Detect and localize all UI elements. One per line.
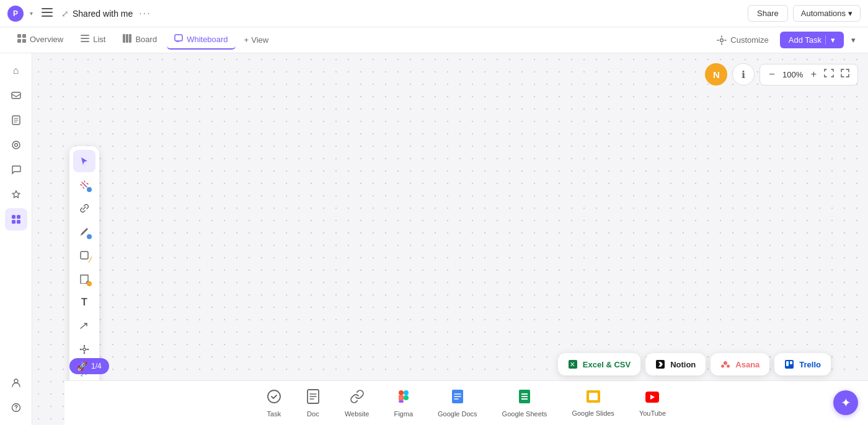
svg-rect-5 (17, 39, 21, 43)
doc-icon (306, 389, 320, 408)
svg-rect-44 (786, 361, 789, 366)
svg-rect-8 (81, 38, 89, 39)
sidebar-item-help[interactable] (5, 397, 27, 419)
whiteboard-canvas[interactable]: ╱ T N ℹ (32, 53, 868, 425)
add-task-dropdown-icon[interactable]: ▾ (825, 35, 835, 45)
whiteboard-icon (174, 34, 183, 45)
zoom-out-button[interactable]: − (766, 68, 777, 81)
top-bar: P ▾ ⤢ Shared with me ··· Share Automatio… (0, 0, 868, 27)
select-tool[interactable] (73, 150, 95, 172)
zoom-controls: − 100% + (760, 64, 858, 85)
svg-rect-12 (129, 34, 131, 43)
svg-rect-49 (399, 395, 404, 400)
mindmap-tool[interactable] (73, 338, 95, 361)
google-docs-tool[interactable]: Google Docs (433, 385, 482, 421)
google-sheets-icon (518, 389, 531, 408)
zoom-percent: 100% (781, 70, 805, 79)
svg-rect-20 (17, 215, 20, 219)
shape-tool[interactable]: ╱ (73, 244, 95, 266)
arrow-tool[interactable] (73, 315, 95, 337)
svg-rect-19 (12, 215, 16, 219)
share-button[interactable]: Share (748, 5, 788, 22)
trello-integration-card[interactable]: Trello (774, 353, 831, 375)
fullscreen-button[interactable] (839, 67, 851, 82)
google-slides-tool[interactable]: Google Slides (567, 386, 619, 421)
magic-tool-dot (87, 187, 92, 192)
shape-tool-indicator: ╱ (89, 257, 92, 263)
notion-integration-card[interactable]: Notion (645, 353, 706, 375)
link-tool[interactable] (73, 197, 95, 219)
svg-rect-4 (22, 34, 26, 38)
more-options-button[interactable]: ··· (139, 8, 151, 19)
sidebar-toggle-button[interactable] (39, 4, 55, 22)
user-avatar-button[interactable]: P (7, 6, 24, 22)
tab-overview[interactable]: Overview (10, 30, 71, 50)
task-icon (267, 389, 281, 408)
doc-tool[interactable]: Doc (301, 385, 325, 421)
rocket-icon: 🚀 (77, 361, 87, 371)
fit-to-screen-button[interactable] (823, 68, 835, 81)
tabs-bar: Overview List Board Whiteboard + View (0, 27, 868, 53)
sidebar-item-home[interactable]: ⌂ (5, 59, 27, 82)
svg-rect-13 (175, 35, 182, 41)
tab-list[interactable]: List (73, 31, 113, 49)
pen-tool[interactable] (73, 221, 95, 243)
tabs-left: Overview List Board Whiteboard + View (10, 30, 275, 50)
tab-board[interactable]: Board (115, 30, 164, 50)
svg-rect-21 (12, 220, 16, 224)
sidebar-item-inbox[interactable] (5, 84, 27, 107)
svg-point-41 (721, 365, 724, 368)
sidebar-item-docs[interactable] (5, 109, 27, 131)
website-tool[interactable]: Website (340, 385, 374, 421)
svg-point-46 (268, 390, 280, 403)
add-task-button[interactable]: Add Task ▾ (780, 32, 844, 48)
svg-rect-2 (42, 15, 53, 17)
google-sheets-tool[interactable]: Google Sheets (497, 385, 552, 421)
add-fab-button[interactable]: ✦ (833, 390, 858, 415)
svg-rect-3 (17, 34, 21, 38)
integrations-popup: Excel & CSV Notion Asana Trello (558, 353, 831, 375)
youtube-tool[interactable]: YouTube (634, 386, 671, 421)
svg-point-27 (83, 348, 86, 351)
svg-rect-45 (790, 361, 792, 364)
sidebar-item-team[interactable] (5, 372, 27, 394)
shared-with-me-link[interactable]: ⤢ Shared with me (61, 9, 133, 19)
sidebar-item-apps[interactable] (5, 208, 27, 230)
svg-rect-22 (17, 220, 20, 224)
svg-point-14 (720, 38, 724, 42)
svg-rect-26 (81, 252, 88, 259)
figma-tool[interactable]: Figma (389, 385, 418, 421)
sticky-tool-dot (87, 281, 92, 286)
svg-rect-0 (42, 8, 53, 9)
tab-whiteboard[interactable]: Whiteboard (167, 30, 235, 50)
task-tool[interactable]: Task (262, 385, 286, 421)
customize-button[interactable]: Customize (711, 32, 774, 48)
sidebar-item-starred[interactable] (5, 183, 27, 206)
svg-point-40 (724, 361, 727, 365)
svg-rect-50 (404, 390, 409, 395)
svg-point-32 (84, 345, 86, 347)
info-button[interactable]: ℹ (732, 63, 755, 85)
sticky-tool[interactable] (73, 268, 95, 290)
main-layout: ⌂ (0, 53, 868, 425)
excel-integration-card[interactable]: Excel & CSV (558, 353, 640, 375)
progress-badge[interactable]: 🚀 1/4 (69, 358, 109, 374)
svg-point-18 (14, 144, 17, 147)
sidebar-item-chat[interactable] (5, 159, 27, 181)
asana-integration-card[interactable]: Asana (711, 353, 769, 375)
zoom-in-button[interactable]: + (808, 68, 819, 81)
website-icon (350, 389, 365, 408)
canvas-controls: N ℹ − 100% + (705, 63, 858, 85)
avatar-dropdown-icon[interactable]: ▾ (30, 10, 33, 17)
sidebar-item-goals[interactable] (5, 134, 27, 156)
svg-rect-11 (126, 34, 128, 43)
add-view-button[interactable]: + View (238, 32, 275, 48)
svg-rect-9 (81, 41, 89, 42)
google-slides-icon (586, 390, 601, 407)
magic-tool[interactable] (73, 173, 95, 196)
tabs-right: Customize Add Task ▾ ▾ (711, 32, 858, 48)
overview-icon (17, 34, 26, 45)
expand-button[interactable]: ▾ (849, 33, 858, 47)
text-tool[interactable]: T (73, 291, 95, 313)
automations-button[interactable]: Automations ▾ (793, 5, 861, 22)
